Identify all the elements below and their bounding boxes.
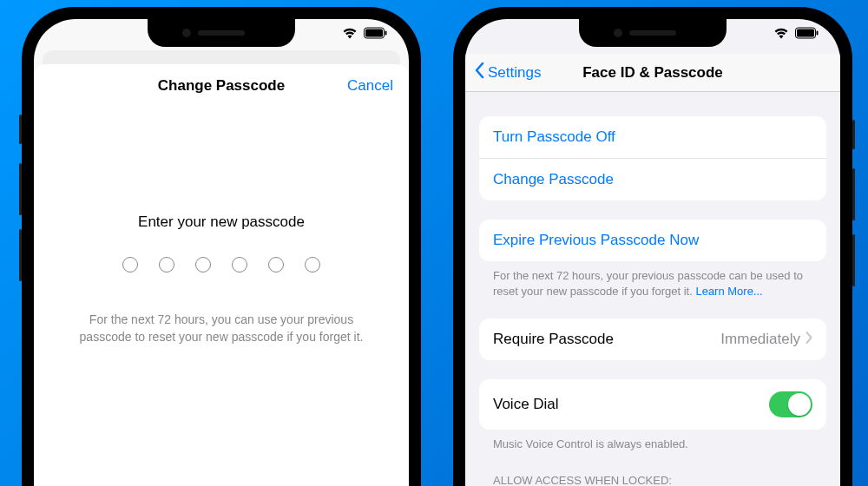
side-button [852,120,855,149]
chevron-left-icon [474,62,484,83]
voice-dial-cell: Voice Dial [479,379,826,430]
wifi-icon [773,26,790,43]
settings-group-expire: Expire Previous Passcode Now [479,220,826,261]
voice-dial-toggle[interactable] [769,391,812,417]
settings-group-require: Require Passcode Immediately [479,319,826,360]
passcode-dot [195,257,211,273]
wifi-icon [341,26,358,43]
phone-mockup-right: Settings Face ID & Passcode Turn Passcod… [453,7,852,486]
cell-value: Immediately [720,331,812,348]
side-button [19,163,22,215]
cell-label: Change Passcode [493,171,614,188]
cell-label: Voice Dial [493,396,559,413]
phone-mockup-left: Change Passcode Cancel Enter your new pa… [22,7,421,486]
cell-label: Require Passcode [493,331,614,348]
cell-label: Turn Passcode Off [493,128,615,146]
passcode-dot [268,257,284,273]
expire-passcode-cell[interactable]: Expire Previous Passcode Now [479,220,826,261]
passcode-prompt: Enter your new passcode [34,213,409,231]
turn-passcode-off-cell[interactable]: Turn Passcode Off [479,116,826,158]
settings-body[interactable]: Turn Passcode Off Change Passcode Expire… [465,92,840,486]
settings-group-passcode: Turn Passcode Off Change Passcode [479,116,826,200]
status-bar [341,26,388,43]
side-button [19,229,22,281]
cancel-button[interactable]: Cancel [347,77,393,95]
passcode-dot [122,257,138,273]
require-passcode-cell[interactable]: Require Passcode Immediately [479,319,826,360]
passcode-dots[interactable] [34,257,409,273]
passcode-dot [232,257,247,273]
settings-group-voice-dial: Voice Dial [479,379,826,430]
screen: Settings Face ID & Passcode Turn Passcod… [465,19,840,486]
battery-icon [364,27,388,43]
svg-rect-4 [797,30,814,37]
side-button [19,115,22,144]
cell-label: Expire Previous Passcode Now [493,232,699,249]
help-text: For the next 72 hours, you can use your … [34,311,409,346]
group-footer: Music Voice Control is always enabled. [479,430,826,452]
nav-bar: Settings Face ID & Passcode [465,54,840,92]
back-button[interactable]: Settings [465,62,541,83]
notch [579,19,727,47]
notch [148,19,295,47]
status-bar [773,26,819,43]
side-button [852,168,855,220]
svg-rect-2 [385,31,387,36]
value-text: Immediately [720,331,800,348]
chevron-right-icon [806,331,812,348]
back-label: Settings [488,64,541,82]
learn-more-link[interactable]: Learn More... [695,285,762,298]
svg-rect-1 [365,30,383,37]
sheet-header: Change Passcode Cancel [34,64,409,108]
battery-icon [795,27,819,43]
passcode-dot [305,257,320,273]
footer-text: Music Voice Control is always enabled. [493,437,688,450]
sheet-title: Change Passcode [158,77,285,95]
side-button [852,234,855,286]
passcode-dot [159,257,174,273]
svg-rect-5 [817,31,819,36]
change-passcode-sheet: Change Passcode Cancel Enter your new pa… [34,64,409,486]
screen: Change Passcode Cancel Enter your new pa… [34,19,409,486]
change-passcode-cell[interactable]: Change Passcode [479,158,826,200]
section-header-allow-access: ALLOW ACCESS WHEN LOCKED: [479,453,826,486]
group-footer: For the next 72 hours, your previous pas… [479,261,826,299]
